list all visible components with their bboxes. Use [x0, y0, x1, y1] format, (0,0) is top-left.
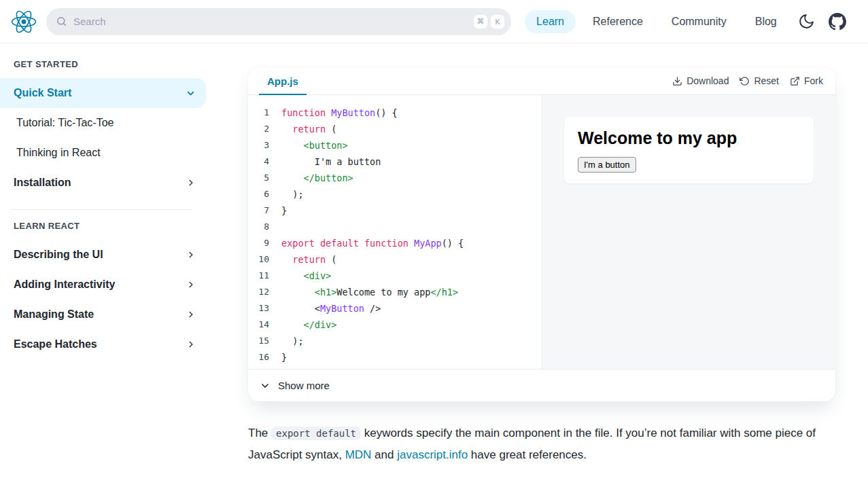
sidebar-item-label: Quick Start [14, 87, 71, 99]
main-content: App.js Download Reset [248, 43, 835, 477]
code-text: export default function MyApp() { [281, 235, 464, 251]
code-line: 2 return ( [248, 121, 542, 137]
line-number: 11 [256, 268, 269, 284]
line-number: 15 [256, 333, 269, 349]
code-editor[interactable]: 1function MyButton() {2 return (3 <butto… [248, 95, 542, 369]
token-tag: <div> [304, 270, 332, 281]
sandbox-actions: Download Reset Fork [672, 75, 823, 86]
top-navbar: Search ⌘ K LearnReferenceCommunityBlog [0, 0, 868, 43]
k-key-badge: K [491, 15, 504, 29]
nav-link-learn[interactable]: Learn [525, 10, 576, 33]
sidebar-item-escape-hatches[interactable]: Escape Hatches [0, 329, 206, 359]
paragraph-text: and [371, 448, 397, 461]
code-line: 8 [248, 219, 542, 235]
token-keyword: export default function [281, 238, 409, 249]
chevron-right-icon [186, 178, 196, 187]
code-text: </div> [281, 317, 336, 333]
code-line: 11 <div> [248, 268, 542, 284]
sidebar-item-label: Installation [14, 177, 71, 189]
show-more-button[interactable]: Show more [248, 369, 835, 401]
preview-pane: Welcome to my app I'm a button [542, 95, 835, 369]
code-text: <h1>Welcome to my app</h1> [281, 284, 458, 300]
line-number: 1 [256, 105, 269, 121]
code-line: 5 </button> [248, 170, 542, 186]
token-plain [281, 254, 292, 265]
token-plain: I'm a button [281, 156, 381, 167]
code-text: ); [281, 186, 304, 202]
nav-link-community[interactable]: Community [660, 10, 738, 33]
code-text: I'm a button [281, 154, 381, 170]
code-text: <button> [281, 137, 348, 154]
code-text: return ( [281, 121, 336, 137]
chevron-right-icon [186, 280, 196, 289]
code-text: </button> [281, 170, 353, 186]
paragraph-text: The [248, 427, 271, 439]
token-tag: </div> [304, 319, 337, 330]
reset-label: Reset [754, 75, 779, 86]
sidebar-item-label: Describing the UI [14, 249, 103, 261]
sidebar-divider [11, 209, 192, 210]
sidebar-item-describing-the-ui[interactable]: Describing the UI [0, 240, 206, 270]
line-number: 4 [256, 154, 269, 170]
code-text: <div> [281, 268, 331, 284]
link-javascript-info[interactable]: javascript.info [397, 448, 468, 461]
token-plain [409, 238, 414, 249]
sidebar-item-quick-start[interactable]: Quick Start [0, 78, 206, 108]
nav-link-reference[interactable]: Reference [581, 10, 655, 33]
code-text: function MyButton() { [281, 105, 398, 121]
chevron-down-icon [260, 380, 271, 391]
line-number: 14 [256, 317, 269, 333]
fork-button[interactable]: Fork [790, 75, 823, 86]
code-line: 7} [248, 202, 542, 219]
code-line: 14 </div> [248, 317, 542, 333]
paragraph-text: have great references. [468, 448, 587, 461]
token-tag: </button> [304, 173, 353, 183]
search-input[interactable]: Search ⌘ K [46, 8, 511, 35]
nav-link-blog[interactable]: Blog [744, 10, 788, 33]
chevron-right-icon [186, 340, 196, 349]
token-plain [281, 124, 292, 134]
react-logo[interactable] [11, 9, 37, 35]
line-number: 2 [256, 121, 269, 137]
token-keyword: function [281, 107, 326, 118]
code-line: 6 ); [248, 186, 542, 202]
token-plain: ( [326, 254, 336, 265]
line-number: 13 [256, 300, 269, 317]
download-label: Download [687, 75, 729, 86]
code-line: 13 <MyButton /> [248, 300, 542, 317]
token-plain: ); [281, 336, 304, 346]
line-number: 16 [256, 349, 269, 365]
token-plain [281, 319, 304, 330]
sidebar-item-tutorial-tic-tac-toe[interactable]: Tutorial: Tic-Tac-Toe [0, 108, 206, 138]
sidebar-item-label: Thinking in React [16, 147, 101, 159]
token-tag: <h1> [315, 287, 337, 298]
github-link[interactable] [824, 9, 850, 35]
sidebar-item-adding-interactivity[interactable]: Adding Interactivity [0, 270, 206, 300]
dark-mode-toggle[interactable] [794, 9, 819, 35]
sidebar-item-label: Managing State [14, 308, 94, 321]
search-placeholder: Search [73, 16, 470, 27]
token-plain: ( [326, 124, 336, 134]
sidebar-section-title: GET STARTED [0, 59, 206, 69]
code-sandbox: App.js Download Reset [248, 67, 835, 401]
fork-icon [790, 76, 800, 86]
token-plain [281, 287, 315, 298]
token-plain: () { [375, 107, 398, 118]
tab-app-js[interactable]: App.js [259, 67, 307, 95]
search-icon [56, 16, 67, 27]
download-button[interactable]: Download [672, 75, 729, 86]
sidebar-item-label: Adding Interactivity [14, 279, 115, 291]
reset-button[interactable]: Reset [740, 75, 779, 86]
token-plain: Welcome to my app [336, 287, 430, 298]
code-line: 1function MyButton() { [248, 105, 542, 121]
code-text: } [281, 202, 287, 219]
sidebar-item-installation[interactable]: Installation [0, 168, 206, 198]
token-component: MyButton [320, 303, 364, 314]
fork-label: Fork [804, 75, 823, 86]
preview-button[interactable]: I'm a button [578, 157, 636, 173]
sidebar-item-thinking-in-react[interactable]: Thinking in React [0, 138, 206, 168]
token-plain: < [281, 303, 320, 314]
link-mdn[interactable]: MDN [345, 448, 372, 461]
sidebar-item-managing-state[interactable]: Managing State [0, 300, 206, 329]
line-number: 6 [256, 186, 269, 202]
